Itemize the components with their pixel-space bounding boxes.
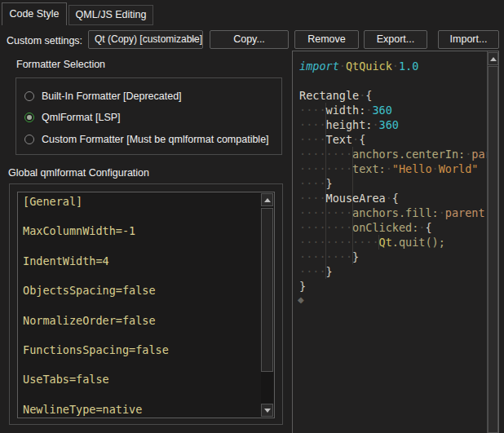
triangle-up-icon — [264, 198, 271, 202]
whitespace-dots: ········ — [299, 162, 352, 175]
whitespace-dots: ···· — [299, 133, 326, 146]
code-line: ····Text·{ — [299, 132, 499, 147]
code-token: Qt — [379, 236, 392, 249]
code-token: anchors.centerIn: — [352, 148, 465, 161]
code-token: QtQuick — [346, 60, 392, 73]
code-token: text: — [352, 162, 386, 175]
whitespace-dots: · — [386, 162, 392, 175]
scrollbar-down-button[interactable] — [261, 404, 273, 417]
code-line: ········} — [299, 250, 499, 264]
code-line: ····height:·360 — [299, 117, 499, 132]
whitespace-dots: ········ — [299, 206, 352, 219]
code-token: width: — [326, 104, 366, 117]
tab-code-style[interactable]: Code Style — [2, 2, 67, 25]
tab-qml-js-editing[interactable]: QML/JS Editing — [69, 5, 153, 25]
radio-label[interactable]: Built-In Formatter [Deprecated] — [42, 91, 182, 102]
config-text: [General] MaxColumnWidth=-1 IndentWidth=… — [18, 192, 274, 417]
radio-label[interactable]: Custom Formatter [Must be qmlformat comp… — [42, 134, 269, 145]
chevron-down-icon — [190, 38, 197, 42]
whitespace-dots: · — [392, 60, 399, 73]
whitespace-dots: ···· — [299, 265, 326, 278]
code-text: import·QtQuick·1.0Rectangle·{····width:·… — [299, 59, 499, 294]
whitespace-dots: ···· — [299, 192, 326, 205]
config-editor[interactable]: [General] MaxColumnWidth=-1 IndentWidth=… — [17, 192, 275, 418]
import-button[interactable]: Import... — [438, 30, 499, 49]
code-line: ····} — [299, 264, 499, 279]
scrollbar-thumb[interactable] — [488, 66, 498, 433]
radio-qmlformat-lsp[interactable]: QmlFormat [LSP] — [24, 111, 121, 124]
code-token: Rectangle — [299, 89, 359, 102]
whitespace-dots: ········ — [299, 221, 352, 234]
code-preview-panel: import·QtQuick·1.0Rectangle·{····width:·… — [292, 51, 499, 433]
code-line — [299, 73, 499, 88]
export-button[interactable]: Export... — [364, 30, 427, 49]
config-scrollbar[interactable] — [261, 193, 273, 417]
whitespace-dots: ···· — [299, 118, 326, 131]
triangle-down-icon — [264, 409, 271, 413]
radio-unselected-icon[interactable] — [24, 91, 34, 101]
code-token: { — [392, 192, 399, 205]
code-token: height: — [326, 118, 373, 131]
combobox-value: Qt (Copy) [customizable] — [95, 33, 202, 45]
code-token: parent — [445, 206, 485, 219]
global-config-title: Global qmlformat Configuration — [8, 167, 149, 179]
radio-custom-formatter-must-be-qmlformat-compatible[interactable]: Custom Formatter [Must be qmlformat comp… — [24, 133, 269, 146]
code-line: ····width:·360 — [299, 103, 499, 117]
scrollbar-up-button[interactable] — [261, 193, 273, 206]
whitespace-dots: · — [432, 162, 439, 175]
code-token: Text — [326, 133, 353, 146]
radio-label[interactable]: QmlFormat [LSP] — [42, 112, 121, 123]
formatter-selection-group: Built-In Formatter [Deprecated]QmlFormat… — [15, 77, 282, 155]
whitespace-dots: ···· — [299, 104, 326, 117]
radio-selected-icon[interactable] — [24, 113, 34, 122]
whitespace-dots: ···· — [299, 177, 326, 190]
whitespace-dots: · — [439, 206, 445, 219]
code-token: onClicked: — [352, 221, 418, 234]
preview-scrollbar[interactable] — [487, 51, 498, 433]
code-token: 1.0 — [399, 60, 418, 73]
code-token: anchors.fill: — [352, 206, 439, 219]
code-line: ············Qt.quit(); — [299, 235, 499, 250]
scrollbar-up-button[interactable] — [488, 52, 498, 65]
code-token: 360 — [372, 104, 391, 117]
code-line: ········onClicked:·{ — [299, 220, 499, 235]
code-token: { — [365, 89, 372, 102]
formatter-selection-title: Formatter Selection — [16, 59, 105, 70]
code-token: World" — [439, 162, 479, 175]
code-line: ····} — [299, 176, 499, 191]
whitespace-dots: · — [339, 60, 346, 73]
radio-unselected-icon[interactable] — [24, 135, 34, 144]
code-line: import·QtQuick·1.0 — [299, 59, 499, 73]
custom-settings-label: Custom settings: — [7, 35, 82, 46]
whitespace-dots: ········ — [299, 250, 352, 263]
whitespace-dots: · — [372, 118, 378, 131]
code-token: "Hello — [392, 162, 432, 175]
code-token: } — [326, 177, 333, 190]
tab-bar: Code StyleQML/JS Editing — [2, 2, 328, 26]
scrollbar-thumb[interactable] — [261, 208, 273, 372]
code-token: { — [359, 133, 365, 146]
code-token: { — [425, 221, 431, 234]
end-of-document-marker: ◆ — [298, 295, 304, 304]
code-line: ····MouseArea·{ — [299, 191, 499, 205]
whitespace-dots: ········ — [299, 148, 352, 161]
radio-built-in-formatter-deprecated[interactable]: Built-In Formatter [Deprecated] — [24, 90, 182, 103]
copy-button[interactable]: Copy... — [210, 30, 289, 49]
whitespace-dots: ············ — [299, 236, 379, 249]
code-token: } — [352, 250, 359, 263]
code-token: } — [326, 265, 333, 278]
remove-button[interactable]: Remove — [294, 30, 359, 49]
code-token: MouseArea — [326, 192, 386, 205]
code-token: import — [299, 60, 339, 73]
triangle-up-icon — [490, 57, 497, 61]
code-line: ········anchors.centerIn:·parent — [299, 147, 499, 161]
whitespace-dots: · — [352, 133, 359, 146]
code-token: 360 — [379, 118, 399, 131]
code-line: } — [299, 279, 499, 294]
code-line: ········anchors.fill:·parent — [299, 205, 499, 220]
custom-settings-combobox[interactable]: Qt (Copy) [customizable] — [88, 30, 203, 49]
code-line: ········text:·"Hello·World" — [299, 161, 499, 176]
whitespace-dots: · — [386, 192, 392, 205]
code-token: .quit(); — [392, 236, 445, 249]
code-line: Rectangle·{ — [299, 88, 499, 103]
